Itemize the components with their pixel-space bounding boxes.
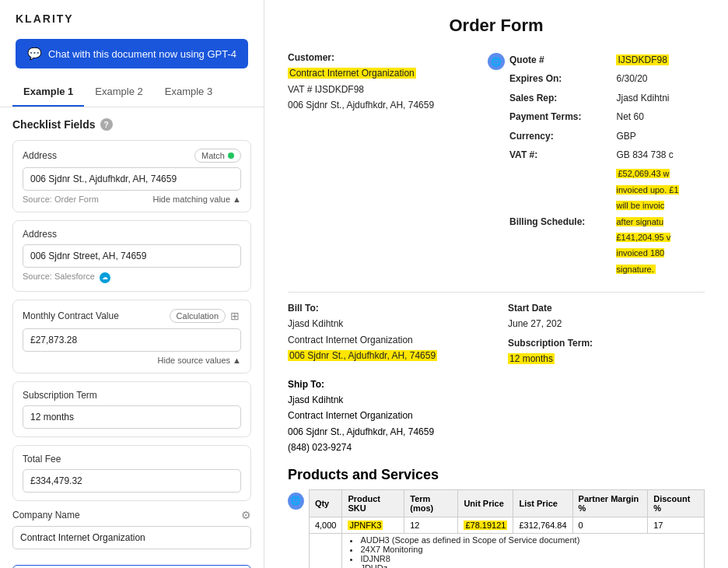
vat-line: VAT # IJSDKDF98 (288, 82, 485, 97)
tab-example2[interactable]: Example 2 (84, 78, 153, 107)
field-label-subscription: Subscription Term (23, 390, 97, 401)
bill-to-col: Bill To: Jjasd Kdihtnk Contract Internet… (288, 300, 485, 367)
bill-to-org: Contract Internet Organization (288, 332, 485, 348)
tabs-row: Example 1 Example 2 Example 3 (0, 78, 264, 107)
doc-customer-col: Customer: Contract Internet Organization… (288, 50, 485, 279)
hide-source-values-link[interactable]: Hide source values ▲ (158, 356, 241, 365)
company-name-input[interactable] (12, 526, 251, 549)
document-title: Order Form (288, 16, 705, 36)
match-green-dot (228, 153, 234, 159)
field-label-row-total-fee: Total Fee (23, 454, 241, 465)
grid-icon-button[interactable]: ⊞ (229, 308, 241, 324)
col-sku: Product SKU (342, 489, 404, 517)
field-card-monthly-contract: Monthly Contract Value Calculation ⊞ Hid… (12, 300, 251, 373)
field-label-row-address2: Address (23, 229, 241, 240)
col-list-price: List Price (513, 489, 572, 517)
help-icon[interactable]: ? (100, 118, 113, 131)
field-label-address2: Address (23, 229, 57, 240)
monthly-contract-input[interactable] (23, 328, 241, 352)
source-row-address2: Source: Salesforce ☁ (23, 272, 241, 283)
quote-table: Quote # IJSDKDF98 Expires On: 6/30/20 Sa… (508, 50, 705, 279)
bullet-item: AUDH3 (Scope as defined in Scope of Serv… (360, 535, 698, 545)
field-label-row-subscription: Subscription Term (23, 390, 241, 401)
customer-name: Contract Internet Organization (288, 68, 416, 79)
export-button-wrap: Export data (0, 557, 264, 568)
col-partner-margin: Partner Margin % (572, 489, 648, 517)
tab-example1[interactable]: Example 1 (12, 78, 84, 107)
currency-value: GBP (616, 128, 703, 145)
app-logo: KLARITY (16, 12, 74, 25)
source-label-address1: Source: Order Form (23, 195, 99, 204)
bullet-item: IDJNR8 (360, 554, 698, 563)
field-label-monthly: Monthly Contract Value (23, 310, 119, 321)
start-date-col: Start Date June 27, 202 Subscription Ter… (508, 300, 705, 367)
ship-to-section: Ship To: Jjasd Kdihtnk Contract Internet… (288, 377, 705, 456)
source-row-monthly: Hide source values ▲ (23, 356, 241, 365)
field-card-total-fee: Total Fee (12, 445, 251, 501)
field-label-row-address1: Address Match (23, 149, 241, 163)
row1-qty: 4,000 (309, 517, 342, 533)
row1-term: 12 (404, 517, 458, 533)
checklist-title: Checklist Fields (12, 118, 96, 131)
document-header: Customer: Contract Internet Organization… (288, 50, 705, 279)
globe-icon-table: 🌐 (288, 493, 304, 510)
field-label-total-fee: Total Fee (23, 454, 61, 465)
row1-sku: JPNFK3 (348, 521, 383, 530)
match-badge-address1: Match (194, 149, 241, 163)
ship-to-label: Ship To: (288, 379, 324, 390)
address2-input[interactable] (23, 244, 241, 268)
company-section: Company Name ⚙ (0, 509, 264, 557)
chat-button-wrap: 💬 Chat with this document now using GPT-… (0, 33, 264, 78)
ship-to-phone: (848) 023-9274 (288, 440, 705, 455)
row1-list-price: £312,764.84 (513, 517, 572, 533)
sales-rep-value: Jjasd Kdihtni (616, 89, 703, 107)
vat-hash-label: VAT #: (509, 149, 537, 160)
row1-bullets: AUDH3 (Scope as defined in Scope of Serv… (348, 535, 698, 568)
match-badge-label: Match (201, 151, 225, 160)
bullet-item: JDUDz (360, 563, 698, 568)
chat-button[interactable]: 💬 Chat with this document now using GPT-… (16, 39, 248, 68)
checklist-header: Checklist Fields ? (12, 118, 251, 131)
products-table-wrap: 🌐 Qty Product SKU Term (mos) Unit Price … (288, 489, 705, 568)
table-row-bullets: AUDH3 (Scope as defined in Scope of Serv… (309, 533, 704, 568)
company-header-row: Company Name ⚙ (12, 509, 251, 521)
expires-value: 6/30/20 (616, 70, 703, 87)
total-fee-input[interactable] (23, 469, 241, 493)
row1-unit-price: £78.19121 (464, 521, 507, 530)
source-row-address1: Source: Order Form Hide matching value ▲ (23, 195, 241, 204)
expires-label: Expires On: (509, 73, 562, 84)
bill-to-name: Jjasd Kdihtnk (288, 316, 485, 331)
chat-icon: 💬 (27, 47, 42, 61)
quote-label: Quote # (509, 54, 544, 65)
logo-bar: KLARITY (0, 0, 264, 33)
billing-schedule-value: £52,069.43 winvoiced upo. £1will be invo… (616, 169, 678, 273)
products-title: Products and Services (288, 467, 705, 483)
field-card-address1: Address Match Source: Order Form Hide ma… (12, 140, 251, 212)
checklist-section: Checklist Fields ? Address Match Source:… (0, 107, 264, 509)
ship-to-address: 006 Sjdnr St., Ajdufhkdr, AH, 74659 (288, 424, 705, 440)
hide-matching-link[interactable]: Hide matching value ▲ (152, 195, 241, 204)
products-table: Qty Product SKU Term (mos) Unit Price Li… (309, 489, 705, 568)
subscription-term-input[interactable] (23, 405, 241, 429)
company-name-label: Company Name (12, 510, 80, 521)
ship-to-org: Contract Internet Organization (288, 408, 705, 423)
gear-button[interactable]: ⚙ (241, 509, 251, 521)
export-button[interactable]: Export data (12, 565, 251, 568)
row1-partner-margin: 0 (572, 517, 648, 533)
bill-to-address: 006 Sjdnr St., Ajdufhkdr, AH, 74659 (288, 350, 437, 361)
quote-value: IJSDKDF98 (616, 54, 668, 65)
bullet-item: 24X7 Monitoring (360, 545, 698, 554)
tab-example3[interactable]: Example 3 (154, 78, 223, 107)
field-card-address2: Address Source: Salesforce ☁ (12, 220, 251, 292)
payment-terms-value: Net 60 (616, 108, 703, 125)
col-term: Term (mos) (404, 489, 458, 517)
field-label-row-monthly: Monthly Contract Value Calculation ⊞ (23, 308, 241, 324)
subscription-term-doc-label: Subscription Term: (508, 338, 593, 349)
col-qty: Qty (309, 489, 342, 517)
billing-schedule-label: Billing Schedule: (509, 216, 585, 227)
sales-rep-label: Sales Rep: (509, 93, 557, 103)
address1-input[interactable] (23, 167, 241, 191)
start-date-label: Start Date (508, 303, 552, 314)
globe-icon-header: 🌐 (488, 53, 505, 70)
chat-button-label: Chat with this document now using GPT-4 (48, 48, 236, 60)
